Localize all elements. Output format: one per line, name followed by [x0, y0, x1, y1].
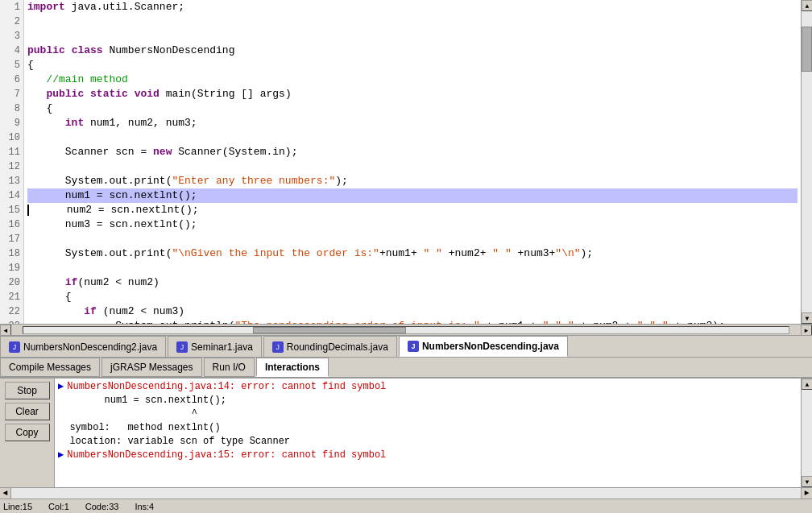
- bottom-content: Stop Clear Copy ▶ NumbersNonDescending.j…: [0, 379, 812, 487]
- scroll-down-button[interactable]: ▼: [802, 312, 812, 324]
- bottom-scroll-down[interactable]: ▼: [802, 476, 812, 487]
- tab-roundingdecimals[interactable]: J RoundingDecimals.java: [263, 336, 397, 357]
- bottom-scroll-up[interactable]: ▲: [802, 379, 812, 390]
- code-line-2: [27, 14, 798, 29]
- hscroll-right-button[interactable]: ►: [801, 325, 812, 336]
- arrow-icon-1: ▶: [58, 380, 64, 394]
- tab-numbersnondescending2[interactable]: J NumbersNonDescending2.java: [0, 336, 166, 357]
- scroll-thumb[interactable]: [802, 27, 812, 72]
- editor-scrollbar[interactable]: ▲ ▼: [801, 0, 812, 324]
- code-line-17: [27, 232, 798, 246]
- tab-compile-messages[interactable]: Compile Messages: [0, 358, 100, 377]
- tab-label-1: NumbersNonDescending2.java: [23, 341, 157, 353]
- status-code: Code:33: [85, 502, 119, 511]
- code-line-18: System.out.print("\nGiven the input the …: [27, 246, 798, 261]
- status-col: Col:1: [48, 502, 69, 511]
- error-line-1: ▶ NumbersNonDescending.java:14: error: c…: [58, 380, 798, 394]
- tab-run-io[interactable]: Run I/O: [204, 358, 255, 377]
- tab-label-2: Seminar1.java: [191, 341, 253, 353]
- bottom-output[interactable]: ▶ NumbersNonDescending.java:14: error: c…: [55, 379, 801, 487]
- bottom-scroll-track[interactable]: [802, 390, 812, 476]
- tab-jgrasp-messages[interactable]: jGRASP Messages: [102, 358, 202, 377]
- code-line-1: import java.util.Scanner;: [27, 0, 798, 14]
- error-indent-text-1: num1 = scn.nextlnt();: [58, 394, 226, 408]
- hscroll-thumb[interactable]: [253, 327, 406, 333]
- code-line-4: public class NumbersNonDescending: [27, 43, 798, 58]
- hscroll-left-button[interactable]: ◄: [0, 325, 11, 336]
- hscroll-track[interactable]: [23, 326, 789, 334]
- tab-icon-1: J: [9, 341, 20, 353]
- code-line-23: System.out.println("The nondescending or…: [27, 319, 798, 324]
- code-line-12: [27, 159, 798, 174]
- error-indent-1: num1 = scn.nextlnt();: [58, 394, 798, 408]
- error-text-2: NumbersNonDescending.java:15: error: can…: [67, 449, 386, 462]
- code-line-9: int num1, num2, num3;: [27, 116, 798, 130]
- copy-button[interactable]: Copy: [5, 424, 50, 441]
- stop-button[interactable]: Stop: [5, 382, 50, 399]
- tab-icon-3: J: [272, 341, 284, 353]
- tab-compile-label: Compile Messages: [9, 362, 91, 373]
- bottom-scrollbar[interactable]: ▲ ▼: [801, 379, 812, 487]
- error-symbol-1: symbol: method nextlnt(): [58, 421, 798, 435]
- line-numbers: 12345 678910 1112131415 1617181920 21222…: [0, 0, 24, 324]
- code-line-19: [27, 261, 798, 275]
- tab-seminar1[interactable]: J Seminar1.java: [168, 336, 262, 357]
- code-line-5: {: [27, 58, 798, 72]
- bottom-hscroll-right[interactable]: ►: [801, 488, 812, 499]
- tab-icon-2: J: [176, 341, 188, 353]
- code-line-20: if(num2 < num2): [27, 275, 798, 290]
- code-line-15: num2 = scn.nextlnt();: [27, 203, 798, 217]
- tab-label-3: RoundingDecimals.java: [287, 341, 388, 353]
- code-line-8: {: [27, 101, 798, 116]
- code-line-13: System.out.print("Enter any three number…: [27, 174, 798, 188]
- bottom-hscroll-track[interactable]: [11, 488, 801, 499]
- code-line-14: num1 = scn.nextlnt();: [27, 188, 798, 203]
- bottom-hscroll-left[interactable]: ◄: [0, 488, 11, 499]
- code-line-10: [27, 130, 798, 145]
- code-line-7: public static void main(String [] args): [27, 87, 798, 101]
- editor-hscroll[interactable]: ◄ ►: [0, 324, 812, 335]
- code-editor[interactable]: import java.util.Scanner; public class N…: [24, 0, 801, 324]
- bottom-buttons: Stop Clear Copy: [0, 379, 55, 487]
- bottom-tab-bar: Compile Messages jGRASP Messages Run I/O…: [0, 358, 812, 379]
- tab-interactions-label: Interactions: [265, 362, 320, 373]
- arrow-icon-2: ▶: [58, 449, 64, 462]
- error-location-1: location: variable scn of type Scanner: [58, 435, 798, 449]
- tab-numbersnondescending[interactable]: J NumbersNonDescending.java: [399, 336, 568, 357]
- tab-run-label: Run I/O: [213, 362, 246, 373]
- code-area: 12345 678910 1112131415 1617181920 21222…: [0, 0, 812, 324]
- clear-button[interactable]: Clear: [5, 403, 50, 420]
- editor-tab-bar: J NumbersNonDescending2.java J Seminar1.…: [0, 335, 812, 358]
- error-caret-1: ^: [58, 408, 798, 421]
- error-symbol-text-1: symbol: method nextlnt(): [58, 421, 221, 435]
- status-line: Line:15: [3, 502, 32, 511]
- editor-container: 12345 678910 1112131415 1617181920 21222…: [0, 0, 812, 513]
- bottom-panel: Compile Messages jGRASP Messages Run I/O…: [0, 358, 812, 499]
- code-line-3: [27, 29, 798, 43]
- status-bar: Line:15 Col:1 Code:33 Ins:4: [0, 499, 812, 513]
- scroll-track[interactable]: [802, 11, 812, 312]
- error-line-2: ▶ NumbersNonDescending.java:15: error: c…: [58, 449, 798, 462]
- code-line-11: Scanner scn = new Scanner(System.in);: [27, 145, 798, 159]
- code-line-16: num3 = scn.nextlnt();: [27, 217, 798, 232]
- tab-interactions[interactable]: Interactions: [256, 358, 329, 377]
- code-line-22: if (num2 < num3): [27, 304, 798, 319]
- error-caret-text-1: ^: [58, 408, 197, 421]
- tab-icon-4: J: [408, 341, 419, 352]
- code-line-6: //main method: [27, 72, 798, 87]
- scroll-up-button[interactable]: ▲: [802, 0, 812, 11]
- error-location-text-1: location: variable scn of type Scanner: [58, 435, 290, 449]
- bottom-hscroll[interactable]: ◄ ►: [0, 487, 812, 499]
- error-text-1: NumbersNonDescending.java:14: error: can…: [67, 380, 386, 394]
- tab-jgrasp-label: jGRASP Messages: [110, 362, 193, 373]
- tab-label-4: NumbersNonDescending.java: [422, 341, 559, 352]
- code-line-21: {: [27, 290, 798, 304]
- status-ins: Ins:4: [135, 502, 154, 511]
